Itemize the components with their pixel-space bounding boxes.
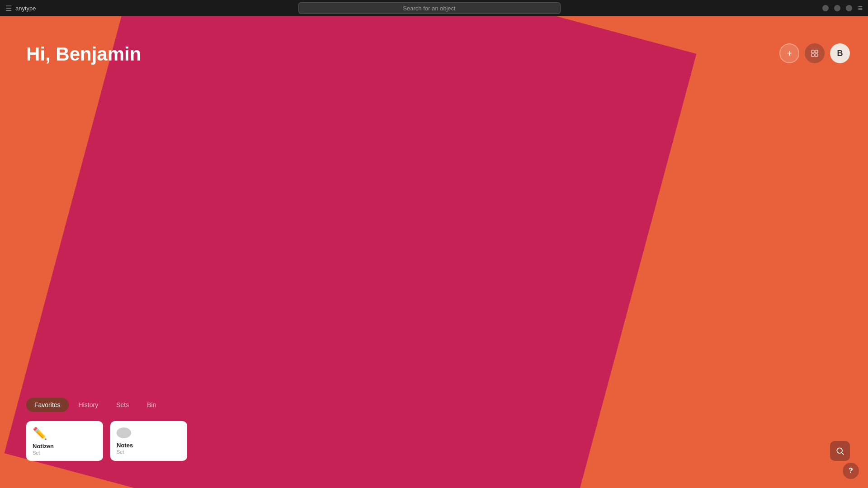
search-placeholder: Search for an object (403, 5, 455, 12)
svg-rect-3 (815, 54, 818, 56)
tab-history[interactable]: History (71, 398, 107, 412)
card-notizen[interactable]: ✏️ Notizen Set (26, 421, 103, 461)
bottom-section: Favorites History Sets Bin ✏️ Notizen Se… (26, 398, 850, 461)
tab-bin[interactable]: Bin (139, 398, 164, 412)
profile-button[interactable]: B (830, 43, 850, 63)
card-notizen-icon: ✏️ (33, 427, 97, 439)
profile-initial: B (837, 49, 843, 58)
svg-rect-1 (815, 50, 818, 53)
greeting-section: Hi, Benjamin (26, 43, 141, 65)
cards-container: ✏️ Notizen Set Notes Set (26, 421, 850, 461)
titlebar-center: Search for an object (36, 2, 823, 14)
hamburger-icon[interactable]: ☰ (5, 4, 12, 13)
svg-rect-0 (811, 50, 814, 53)
main-content: Hi, Benjamin + B Favorites History (0, 16, 868, 488)
card-notes-icon (117, 427, 131, 438)
app-name: anytype (15, 5, 36, 12)
add-object-button[interactable]: + (779, 43, 799, 63)
card-notizen-type: Set (33, 450, 97, 455)
card-notes[interactable]: Notes Set (110, 421, 187, 461)
svg-point-4 (837, 448, 842, 453)
layout-button[interactable] (805, 43, 825, 63)
search-fab-icon (835, 446, 844, 455)
search-fab-button[interactable] (830, 441, 850, 461)
svg-rect-2 (811, 54, 814, 56)
tab-sets[interactable]: Sets (108, 398, 137, 412)
restore-button[interactable]: ❐ (834, 5, 840, 11)
help-button[interactable]: ? (843, 463, 859, 479)
global-search-bar[interactable]: Search for an object (298, 2, 561, 14)
card-notes-title: Notes (117, 442, 181, 449)
minimize-button[interactable]: — (822, 5, 829, 11)
close-button[interactable]: ✕ (846, 5, 852, 11)
tab-favorites[interactable]: Favorites (26, 398, 69, 412)
svg-line-5 (842, 453, 844, 455)
titlebar-right: — ❐ ✕ ≡ (822, 4, 863, 13)
card-notizen-title: Notizen (33, 443, 97, 450)
menu-icon[interactable]: ≡ (858, 4, 863, 13)
titlebar-left: ☰ anytype (5, 4, 36, 13)
card-notes-type: Set (117, 449, 181, 455)
greeting-text: Hi, Benjamin (26, 43, 141, 65)
titlebar: ☰ anytype Search for an object — ❐ ✕ ≡ (0, 0, 868, 16)
tabs-container: Favorites History Sets Bin (26, 398, 850, 412)
top-actions: + B (779, 43, 850, 63)
